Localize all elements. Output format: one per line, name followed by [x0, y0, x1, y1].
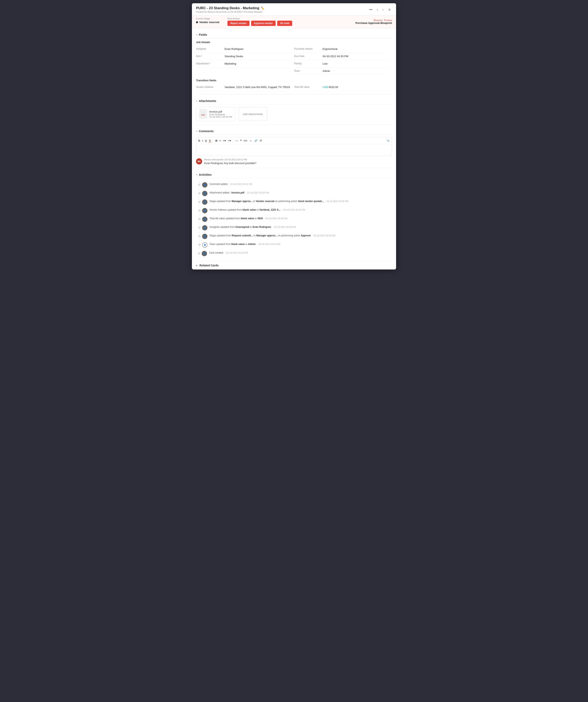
- activity-bold: blank value: [241, 217, 254, 220]
- currency-label: US$: [323, 86, 328, 89]
- prev-button[interactable]: ‹: [376, 7, 379, 12]
- field-department: Department * Marketing: [196, 60, 290, 68]
- emoji-button[interactable]: ☺: [249, 139, 252, 142]
- activity-time: - 03-18-2021 05:35 PM: [264, 217, 287, 220]
- close-button[interactable]: ✕: [387, 7, 392, 12]
- activity-avatar: 👤: [202, 182, 207, 188]
- field-purchase-reason: Purchase reason Ergonomical: [294, 45, 388, 53]
- activity-bold: blank value: [231, 243, 245, 246]
- comments-chevron-icon: ▾: [196, 130, 197, 133]
- blueprint-name: Purchase Approval Blueprint: [355, 21, 392, 24]
- on-hold-button[interactable]: On hold: [277, 21, 292, 26]
- toolbar-separator-1: [213, 139, 213, 142]
- activity-avatar: 👤: [202, 217, 207, 222]
- strikethrough-button[interactable]: ⋯: [236, 139, 238, 142]
- attachment-item[interactable]: 📄 PDF Invoice.pdf Evan Rodriguez 03-18-2…: [196, 107, 235, 121]
- activity-avatar: 👤: [202, 200, 207, 205]
- related-cards-title: Related Cards: [199, 264, 218, 267]
- italic-button[interactable]: I: [202, 139, 203, 142]
- underline-button[interactable]: U: [205, 139, 207, 142]
- activity-item: 👤 Team updated from blank value to Admin…: [199, 241, 392, 249]
- activity-bold: Admin: [248, 243, 256, 246]
- comment-input[interactable]: [198, 146, 390, 154]
- bullet-button[interactable]: ≡▾: [228, 139, 231, 142]
- activity-text: Total bill value updated from blank valu…: [209, 217, 287, 220]
- due-date-label: Due Date: [294, 55, 320, 57]
- activity-avatar: 👤: [202, 251, 207, 256]
- purchase-reason-label: Purchase reason: [294, 47, 320, 50]
- assignee-value: Evan Rodriguez: [225, 47, 290, 50]
- add-attachment-button[interactable]: Add attachments: [239, 107, 267, 121]
- activities-section-title: Activities: [199, 173, 211, 176]
- comments-section-header[interactable]: ▾ Comments: [196, 128, 392, 135]
- activity-bold: Unassigned: [236, 226, 249, 228]
- activity-time: - 03-18-2021 05:35 PM: [282, 209, 305, 211]
- activity-text: Attachment added : Invoice.pdf - 03-18-2…: [209, 191, 269, 195]
- activity-item: 👤 Stage updated from Manager approv... t…: [199, 198, 392, 206]
- modal-container: PURC - 23 Standing Desks - Marketing ✏️ …: [192, 3, 396, 269]
- current-stage: Current Stage Vendor sourced: [196, 17, 219, 24]
- table-button[interactable]: ⊞: [215, 139, 217, 142]
- activity-avatar: 👤: [202, 234, 207, 239]
- fields-section-title: Fields: [199, 33, 207, 36]
- attachments-row: 📄 PDF Invoice.pdf Evan Rodriguez 03-18-2…: [196, 107, 392, 121]
- attachments-section: ▾ Attachments 📄 PDF Invoice.pdf Evan Rod…: [196, 98, 392, 121]
- undo-button[interactable]: ↺: [260, 139, 262, 142]
- list-button[interactable]: ≡: [219, 139, 221, 142]
- attach-button[interactable]: 📎: [387, 139, 390, 142]
- fields-section: ▾ Fields Job Details Assignee Evan Rodri…: [196, 31, 392, 91]
- quote-button[interactable]: ❝: [240, 139, 242, 142]
- content-area: ▾ Fields Job Details Assignee Evan Rodri…: [192, 28, 396, 269]
- align-button[interactable]: ≡▾: [223, 139, 226, 142]
- more-options-button[interactable]: •••: [368, 7, 374, 12]
- activities-section-header[interactable]: ▾ Activities: [196, 171, 392, 178]
- activity-item: 👤 Card created - 03-18-2021 04:32 PM: [199, 249, 392, 258]
- modal-title: PURC - 23 Standing Desks - Marketing: [196, 6, 259, 10]
- fields-chevron-icon: ▾: [196, 33, 197, 36]
- purchase-reason-value: Ergonomical: [323, 47, 388, 50]
- fields-grid: Assignee Evan Rodriguez Item * Standing …: [196, 45, 392, 75]
- approve-vendor-button[interactable]: Approve vendor: [251, 21, 276, 26]
- activity-text: Stage updated from Manager approv... to …: [209, 200, 348, 203]
- field-total-bill: Total bill value US$ 4520.00: [294, 84, 388, 91]
- activity-time: - 03-18-2021 05:41 PM: [229, 183, 252, 185]
- attachment-name: Invoice.pdf: [209, 110, 232, 113]
- transition-right-col: Total bill value US$ 4520.00: [294, 84, 392, 91]
- priority-value: Low: [323, 62, 388, 65]
- text-color-button[interactable]: A: [209, 139, 211, 142]
- modal-subtitle: Created by Monica Hemsworth on 03-18-202…: [196, 11, 264, 13]
- activity-bold: Manager approv...: [232, 200, 253, 203]
- pdf-label: PDF: [201, 114, 205, 116]
- activity-avatar-outline: 👤: [202, 242, 207, 248]
- item-required: *: [201, 55, 202, 57]
- pdf-icon: 📄 PDF: [199, 109, 207, 119]
- file-icon-shape: 📄: [202, 112, 204, 114]
- next-actions: Next Actions Reject vendor Approve vendo…: [228, 17, 292, 26]
- code-button[interactable]: </>: [244, 139, 248, 142]
- link-button[interactable]: 🔗: [254, 139, 258, 142]
- attachments-section-header[interactable]: ▾ Attachments: [196, 98, 392, 104]
- attachments-section-title: Attachments: [199, 99, 216, 103]
- current-stage-value: Vendor sourced: [196, 21, 219, 24]
- related-cards-section-header[interactable]: ▶ Related Cards: [196, 261, 392, 269]
- field-priority: Priority Low: [294, 60, 388, 68]
- bold-button[interactable]: B: [198, 139, 200, 142]
- edit-icon[interactable]: ✏️: [261, 7, 264, 10]
- next-button[interactable]: ›: [382, 7, 385, 12]
- comment-meta: Monica Hemsworth | 03-18-2021 05:41 PM: [204, 158, 257, 161]
- modal-header: PURC - 23 Standing Desks - Marketing ✏️ …: [192, 3, 396, 15]
- next-actions-buttons: Reject vendor Approve vendor On hold: [228, 21, 292, 26]
- transition-fields-grid: Vendor Address Varidesk, 1221 S Belt Lin…: [196, 84, 392, 91]
- comment-avatar: MH: [196, 158, 202, 164]
- attachments-chevron-icon: ▾: [196, 100, 197, 102]
- item-label: Item *: [196, 55, 223, 57]
- current-stage-label: Current Stage: [196, 17, 219, 20]
- fields-left-col: Assignee Evan Rodriguez Item * Standing …: [196, 45, 294, 75]
- attachment-date: 03-18-2021 | 05:35 PM: [209, 116, 232, 118]
- fields-section-header[interactable]: ▾ Fields: [196, 31, 392, 38]
- reject-vendor-button[interactable]: Reject vendor: [228, 21, 249, 26]
- activity-bold: Evan Rodriguez: [253, 226, 271, 228]
- header-actions: ••• ‹ › ✕: [368, 7, 392, 12]
- blueprint-label: Blueprint Preview: [355, 19, 392, 21]
- activity-time: - 03-18-2021 05:09 PM: [273, 226, 296, 228]
